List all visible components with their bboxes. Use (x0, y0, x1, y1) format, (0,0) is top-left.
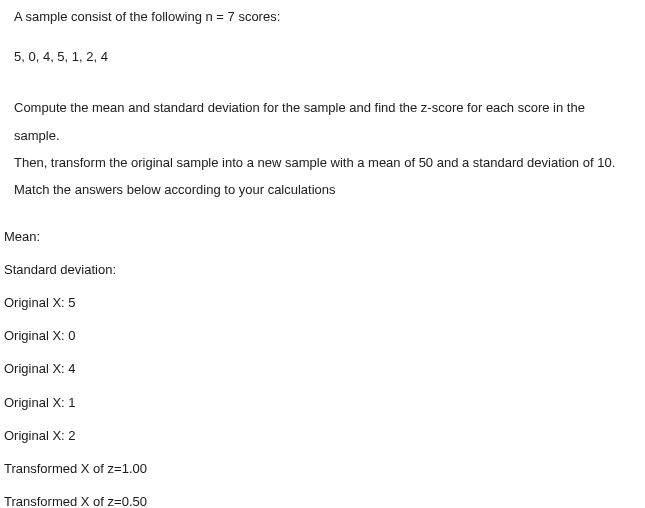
match-list: Mean: Standard deviation: Original X: 5 … (4, 228, 641, 508)
list-item: Original X: 1 (4, 394, 641, 412)
list-item: Original X: 2 (4, 427, 641, 445)
list-item: Mean: (4, 228, 641, 246)
list-item: Original X: 5 (4, 294, 641, 312)
scores-text: 5, 0, 4, 5, 1, 2, 4 (14, 48, 631, 66)
instruction-line-3: Match the answers below according to you… (14, 176, 631, 203)
instruction-line-2: Then, transform the original sample into… (14, 149, 631, 176)
question-intro-block: A sample consist of the following n = 7 … (4, 8, 641, 204)
list-item: Original X: 0 (4, 327, 641, 345)
list-item: Original X: 4 (4, 360, 641, 378)
list-item: Transformed X of z=1.00 (4, 460, 641, 478)
intro-text: A sample consist of the following n = 7 … (14, 8, 631, 26)
list-item: Standard deviation: (4, 261, 641, 279)
instruction-line-1: Compute the mean and standard deviation … (14, 94, 631, 149)
list-item: Transformed X of z=0.50 (4, 493, 641, 508)
instruction-block: Compute the mean and standard deviation … (14, 94, 631, 203)
